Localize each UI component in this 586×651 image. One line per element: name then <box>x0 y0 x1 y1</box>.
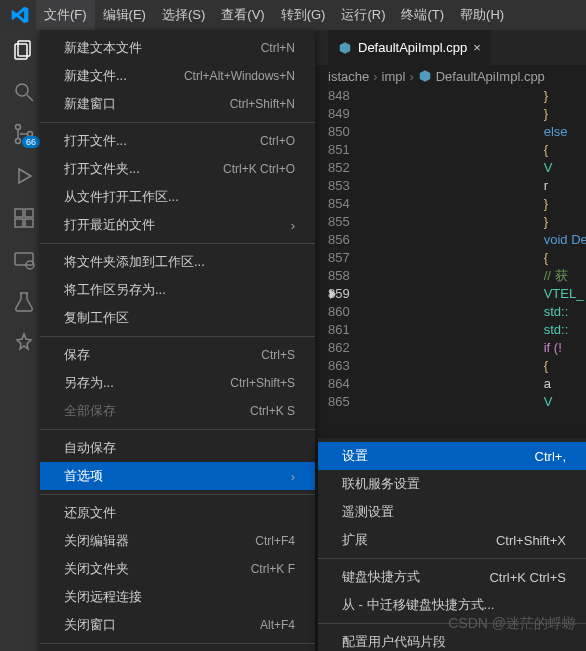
editor-tab[interactable]: DefaultApiImpl.cpp × <box>328 30 491 65</box>
run-debug-icon[interactable] <box>12 164 36 188</box>
file-menu-dropdown: 新建文本文件Ctrl+N新建文件...Ctrl+Alt+Windows+N新建窗… <box>40 30 315 651</box>
menubar: 文件(F)编辑(E)选择(S)查看(V)转到(G)运行(R)终端(T)帮助(H) <box>0 0 586 30</box>
menu-item[interactable]: 关闭编辑器Ctrl+F4 <box>40 527 315 555</box>
svg-point-2 <box>16 84 28 96</box>
cpp-file-icon <box>338 41 352 55</box>
explorer-icon[interactable] <box>12 38 36 62</box>
close-icon[interactable]: × <box>473 40 481 55</box>
svg-rect-10 <box>25 219 33 227</box>
line-gutter: 8488498508518528538548558568578588598608… <box>328 87 364 411</box>
cpp-file-icon <box>418 69 432 83</box>
menu-item: 全部保存Ctrl+K S <box>40 397 315 425</box>
menu-item[interactable]: 从文件打开工作区... <box>40 183 315 211</box>
menu-item[interactable]: 关闭文件夹Ctrl+K F <box>40 555 315 583</box>
tab-label: DefaultApiImpl.cpp <box>358 40 467 55</box>
submenu-item[interactable]: 设置Ctrl+, <box>318 442 586 470</box>
accounts-icon[interactable] <box>12 332 36 356</box>
remote-icon[interactable] <box>12 248 36 272</box>
submenu-item[interactable]: 键盘快捷方式Ctrl+K Ctrl+S <box>318 563 586 591</box>
menu-选择[interactable]: 选择(S) <box>154 0 213 30</box>
menu-item[interactable]: 保存Ctrl+S <box>40 341 315 369</box>
submenu-item[interactable]: 联机服务设置 <box>318 470 586 498</box>
menu-文件[interactable]: 文件(F) <box>36 0 95 30</box>
svg-rect-9 <box>15 219 23 227</box>
menu-终端[interactable]: 终端(T) <box>393 0 452 30</box>
extensions-icon[interactable] <box>12 206 36 230</box>
vscode-logo-icon <box>10 5 30 25</box>
menu-item[interactable]: 另存为...Ctrl+Shift+S <box>40 369 315 397</box>
menu-item[interactable]: 关闭窗口Alt+F4 <box>40 611 315 639</box>
scm-badge: 66 <box>22 136 40 148</box>
menu-item[interactable]: 新建窗口Ctrl+Shift+N <box>40 90 315 118</box>
menu-item[interactable]: 新建文本文件Ctrl+N <box>40 34 315 62</box>
menu-查看[interactable]: 查看(V) <box>213 0 272 30</box>
submenu-item[interactable]: 遥测设置 <box>318 498 586 526</box>
menu-帮助[interactable]: 帮助(H) <box>452 0 512 30</box>
svg-rect-8 <box>15 209 23 217</box>
menu-编辑[interactable]: 编辑(E) <box>95 0 154 30</box>
svg-point-4 <box>16 125 21 130</box>
svg-point-5 <box>16 139 21 144</box>
code-content[interactable]: }}else{Vr}}void Defa{// 获VTEL_std::std::… <box>364 87 586 411</box>
menu-转到[interactable]: 转到(G) <box>273 0 334 30</box>
menu-item[interactable]: 打开文件...Ctrl+O <box>40 127 315 155</box>
svg-rect-11 <box>25 209 33 217</box>
menu-item[interactable]: 打开文件夹...Ctrl+K Ctrl+O <box>40 155 315 183</box>
testing-icon[interactable] <box>12 290 36 314</box>
svg-line-3 <box>27 95 33 101</box>
menu-item[interactable]: 打开最近的文件› <box>40 211 315 239</box>
submenu-item[interactable]: 扩展Ctrl+Shift+X <box>318 526 586 554</box>
menu-item[interactable]: 新建文件...Ctrl+Alt+Windows+N <box>40 62 315 90</box>
menu-item[interactable]: 关闭远程连接 <box>40 583 315 611</box>
menu-item[interactable]: 还原文件 <box>40 499 315 527</box>
svg-rect-12 <box>15 253 33 265</box>
menu-item[interactable]: 自动保存 <box>40 434 315 462</box>
menu-item[interactable]: 复制工作区 <box>40 304 315 332</box>
menu-运行[interactable]: 运行(R) <box>333 0 393 30</box>
watermark: CSDN @迷茫的蜉蝣 <box>448 615 576 633</box>
search-icon[interactable] <box>12 80 36 104</box>
svg-marker-7 <box>19 169 31 183</box>
menu-item[interactable]: 将工作区另存为... <box>40 276 315 304</box>
menu-item[interactable]: 将文件夹添加到工作区... <box>40 248 315 276</box>
source-control-icon[interactable]: 66 <box>12 122 36 146</box>
menu-item[interactable]: 首选项› <box>40 462 315 490</box>
